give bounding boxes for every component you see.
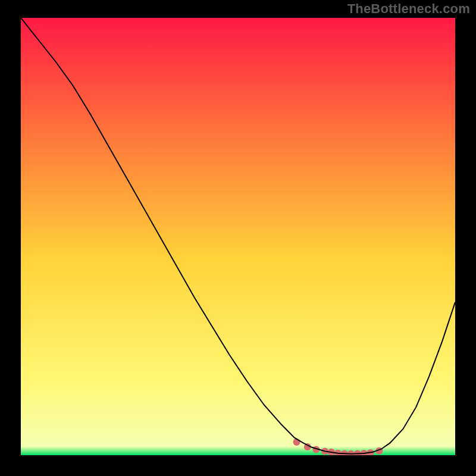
- chart-frame: TheBottleneck.com: [0, 0, 476, 476]
- chart-svg: [21, 18, 455, 455]
- watermark-text: TheBottleneck.com: [347, 1, 470, 17]
- gradient-background: [21, 18, 455, 455]
- plot-area: [21, 18, 455, 455]
